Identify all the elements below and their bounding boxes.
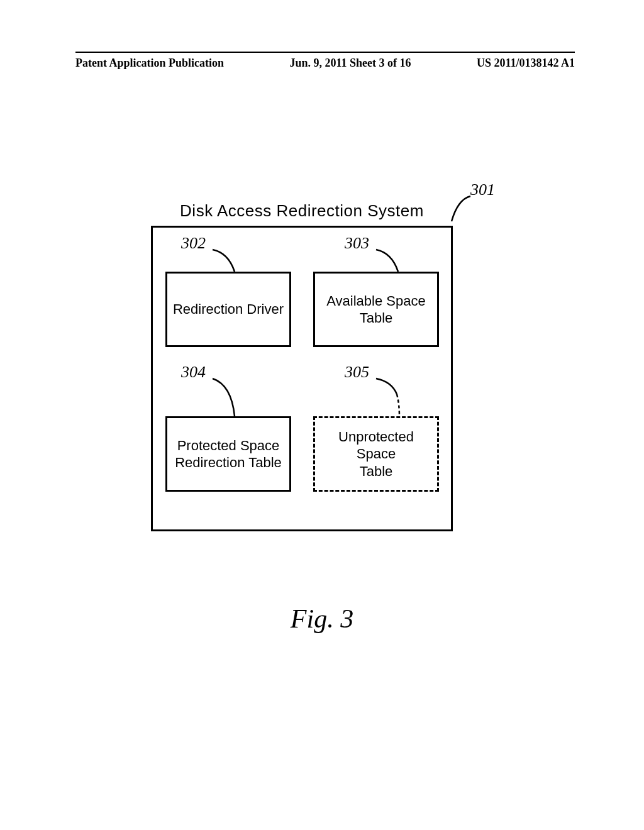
ref-label-302: 302 [181, 234, 206, 253]
header-left: Patent Application Publication [75, 57, 224, 70]
ref-label-304: 304 [181, 363, 206, 382]
leader-305 [373, 375, 411, 422]
page-header: Patent Application Publication Jun. 9, 2… [75, 52, 575, 70]
leader-302 [209, 246, 247, 280]
header-center: Jun. 9, 2011 Sheet 3 of 16 [289, 57, 411, 70]
outer-box-301: Redirection Driver Available Space Table… [151, 226, 453, 531]
leader-304 [209, 375, 247, 422]
leader-303 [373, 246, 411, 280]
leader-301 [445, 193, 477, 233]
diagram-title: Disk Access Redirection System [151, 201, 453, 221]
header-right: US 2011/0138142 A1 [477, 57, 575, 70]
ref-label-305: 305 [345, 363, 369, 382]
ref-label-303: 303 [345, 234, 369, 253]
box-unprotected-space-table: Unprotected Space Table [313, 416, 439, 492]
box-redirection-driver: Redirection Driver [165, 272, 291, 347]
box-protected-space-redirection-table: Protected Space Redirection Table [165, 416, 291, 492]
box-available-space-table: Available Space Table [313, 272, 439, 347]
diagram: Disk Access Redirection System Redirecti… [151, 201, 453, 531]
figure-label: Fig. 3 [0, 604, 644, 634]
